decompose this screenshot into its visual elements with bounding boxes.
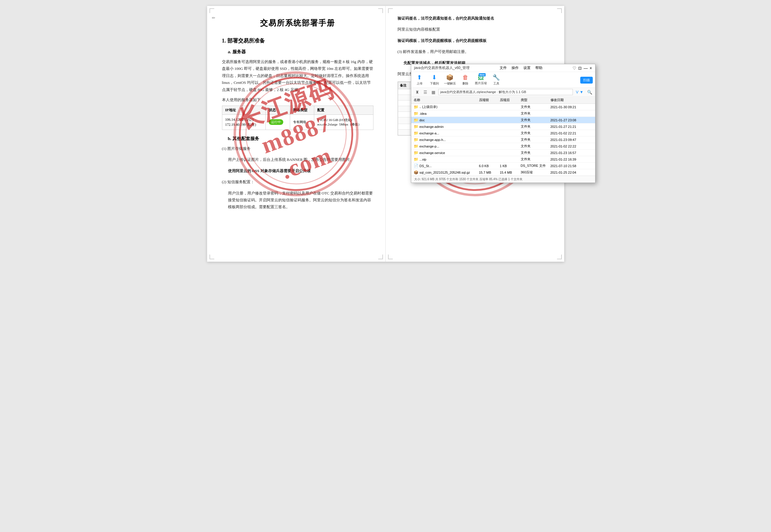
sub-heading-a: a. 服务器 [222, 49, 373, 55]
right-bold-line2: 验证码模板，法币交易提醒模板，合约交易提醒模板 [398, 37, 552, 44]
table-header-config: 配置 [314, 106, 373, 114]
server-description: 交易所服务可选用阿里云的服务，或者香港小机房的服务，规格一般是 8 核 16g … [222, 58, 373, 93]
fm-toolbar: ⬆ 上传 ⬇ 下载到 📦 一键解压 🗑 删除 🖼 [411, 72, 595, 88]
col-type: 类型 [521, 98, 551, 102]
status-text: 大小: 921.6 MB 共 9705 个文件和 1530 个文件夹 压缩率 8… [414, 178, 523, 181]
folder-icon: 📁 [414, 144, 419, 148]
list-item[interactable]: 📁 exchange-a... 文件夹 2021-01-02 22:21 [411, 130, 595, 136]
table-header-network: 网络类型 [290, 106, 314, 114]
fm-list-header: 名称 压缩前 压缩后 类型 修改日期 [411, 97, 595, 104]
item1-bold: 使用阿里云的 OSS 对象存储兵器需要开启公共读 [222, 167, 373, 174]
col-date: 修改日期 [551, 98, 583, 102]
corner-tr [378, 8, 383, 13]
item1-desc: 用户上传认证图片，后台上传系统 BANNER 图，发布公告均需要用图片。 [222, 156, 373, 163]
status-badge: 运行中 [269, 119, 283, 125]
list-item[interactable]: 📁 exchange-p... 文件夹 2021-01-02 22:22 [411, 143, 595, 150]
menu-file[interactable]: 文件 [500, 65, 507, 70]
corner-bl [209, 255, 214, 259]
list-item[interactable]: 📁 exchange-service 文件夹 2021-01-23 16:57 [411, 150, 595, 156]
menu-help[interactable]: 帮助 [535, 65, 543, 70]
sub-heading-b: b. 其他配套服务 [222, 136, 373, 142]
watermark-left: 长江源码 m8887 .com [207, 6, 385, 262]
section1-heading: 1. 部署交易所准备 [222, 37, 373, 44]
table-header-status: 状态 [266, 106, 290, 114]
corner-bl-right [388, 255, 393, 259]
cell-ip: 106.14.125.215(公) 172.19.40.199 (私有) [222, 114, 266, 130]
tool-delete[interactable]: 🗑 删除 [460, 74, 471, 86]
list-item[interactable]: 📄 DS_St... 6.0 KB 1 KB DS_STORE 文件 2021-… [411, 163, 595, 169]
folder-icon: 📁 [414, 131, 419, 135]
fm-menu-items: 文件 操作 设置 帮助 [500, 65, 543, 70]
tool-extract-label: 一键解压 [444, 81, 456, 86]
tool-imgcompress-label: 图片压缩 [475, 81, 487, 85]
tool-download[interactable]: ⬇ 下载到 [429, 74, 440, 86]
doc-title: 交易所系统部署手册 [222, 18, 373, 28]
item1-label: (1) 图片存储服务 [222, 145, 373, 152]
close-icon[interactable]: × [590, 66, 592, 70]
extract-icon: 📦 [446, 74, 454, 81]
tool-tools-label: 工具 [493, 81, 499, 86]
nav-home[interactable]: ♜ [414, 90, 421, 95]
fm-status-bar: 大小: 921.6 MB 共 9705 个文件和 1530 个文件夹 压缩率 8… [411, 176, 595, 183]
tool-delete-label: 删除 [463, 81, 469, 86]
left-page: ✏ 交易所系统部署手册 1. 部署交易所准备 a. 服务器 交易所服务可选用阿里… [207, 6, 385, 262]
search-icon[interactable]: 🔍 [587, 90, 592, 95]
tool-tools[interactable]: 🔧 工具 [491, 74, 502, 86]
folder-icon: 📁 [414, 111, 419, 116]
item2-label: (2) 短信服务配置： [222, 178, 373, 185]
tool-imgcompress[interactable]: 🖼 New 图片压缩 [475, 74, 487, 85]
list-item-selected[interactable]: 📁 doc 文件夹 2021-01-27 23:08 [411, 117, 595, 123]
folder-icon: 📁 [414, 124, 419, 129]
scan-button[interactable]: 扫描 [580, 77, 593, 84]
download-icon: ⬇ [432, 74, 437, 81]
tool-upload[interactable]: ⬆ 上传 [414, 74, 425, 86]
corner-tl [209, 8, 214, 13]
folder-icon: 📁 [414, 150, 419, 155]
minimize-icon[interactable]: — [584, 66, 588, 70]
col-before: 压缩前 [479, 98, 500, 102]
nav-list[interactable]: ☰ [422, 90, 429, 95]
file-manager-window: java合约交易所售机器人_v60_管理 文件 操作 设置 帮助 ♡ ⊡ — × [411, 64, 596, 183]
server-table: IP地址 状态 网络类型 配置 106.14.125.215(公) 172.19… [222, 106, 373, 130]
list-item[interactable]: 📁 .. (上级目录) 文件夹 2021-01-30 09:21 [411, 104, 595, 110]
folder-icon: 📁 [414, 157, 419, 161]
folder-icon: 📁 [414, 105, 419, 109]
item2-desc: 用户注册，用户修改登录密码，支付密码以及用户在做 OTC 交易和合约交易时都需要… [222, 190, 373, 211]
tool-download-label: 下载到 [430, 81, 439, 86]
tools-icon: 🔧 [493, 74, 500, 81]
list-item[interactable]: 📁 exchange-admin 文件夹 2021-01-27 21:21 [411, 123, 595, 130]
tool-extract[interactable]: 📦 一键解压 [444, 74, 456, 86]
menu-operation[interactable]: 操作 [512, 65, 519, 70]
list-item[interactable]: 📁 ...vip 文件夹 2021-01-22 16:39 [411, 156, 595, 163]
fm-address-bar: ♜ ☰ ▦ java合约交易所售机器人.zip\exchange · 解包大小为… [411, 88, 595, 97]
list-item[interactable]: 📁 .idea 文件夹 [411, 110, 595, 117]
heart-icon[interactable]: ♡ [573, 66, 576, 70]
fm-controls: ♡ ⊡ — × [573, 66, 592, 70]
corner-tl-right [388, 8, 393, 13]
config-header-note: 备注 [398, 82, 410, 89]
folder-icon: 📁 [414, 118, 419, 122]
corner-br [378, 255, 383, 259]
right-page: 验证码签名，法币交易通知签名，合约交易风险通知签名 阿里云短信内容模板配置 验证… [385, 6, 564, 262]
delete-icon: 🗑 [463, 74, 469, 81]
server-note: 本人使用的服务器如下 [222, 97, 373, 103]
col-name: 名称 [414, 98, 479, 102]
list-item[interactable]: 📦 sql_coin_20210125_205248.sql.gz 15.7 M… [411, 169, 595, 176]
table-row: 106.14.125.215(公) 172.19.40.199 (私有) 运行中… [222, 114, 373, 130]
corner-tr-right [557, 8, 562, 13]
cell-network: 专有网络 [290, 114, 314, 130]
sort-icon[interactable]: V ▼ [576, 90, 583, 94]
cell-status: 运行中 [266, 114, 290, 130]
menu-settings[interactable]: 设置 [524, 65, 531, 70]
nav-grid[interactable]: ▦ [430, 90, 437, 95]
edit-icon: ✏ [212, 15, 215, 21]
list-item[interactable]: 📁 exchange-app-h... 文件夹 2021-01-23 09:47 [411, 136, 595, 143]
right-item3: (3) 邮件发送服务，用户可使用邮箱注册。 [398, 48, 552, 55]
archive-icon: 📦 [414, 170, 419, 175]
copy-icon[interactable]: ⊡ [578, 66, 582, 70]
corner-br-right [557, 255, 562, 259]
section-b: b. 其他配套服务 (1) 图片存储服务 用户上传认证图片，后台上传系统 BAN… [222, 136, 373, 211]
address-display: java合约交易所售机器人.zip\exchange · 解包大小为 1.1 G… [438, 89, 573, 95]
imgcompress-badge-container: 🖼 New [478, 74, 484, 81]
new-badge: New [479, 73, 485, 76]
